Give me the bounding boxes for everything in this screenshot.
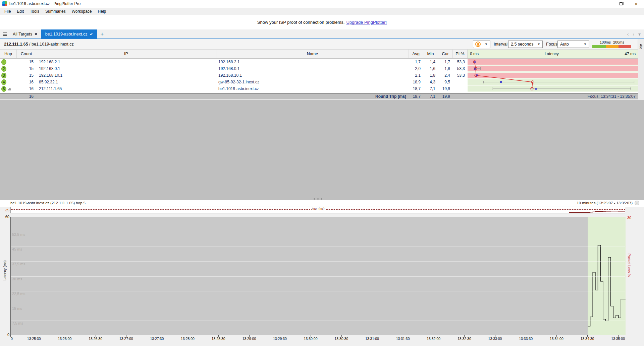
hamburger-icon[interactable] <box>0 29 9 39</box>
col-avg[interactable]: Avg <box>409 50 423 58</box>
jitter-curve <box>11 207 625 213</box>
splitter-handle[interactable] <box>314 198 322 200</box>
x-tick-label: 13:32:00 <box>427 337 440 341</box>
gridline-label: 37,5 ms <box>12 262 25 266</box>
legend-200ms: 200ms <box>613 40 624 44</box>
cell-count: 16 <box>17 85 36 92</box>
gridline <box>11 321 625 321</box>
cell-pl: 53,3 <box>453 65 468 72</box>
col-pl[interactable]: PL% <box>453 50 468 58</box>
y-axis-title: Latency (ms) <box>3 260 7 281</box>
cell-min: 1,8 <box>423 72 438 79</box>
gridline <box>11 276 625 277</box>
chevron-down-icon: ▼ <box>537 43 542 46</box>
gridline <box>11 306 625 306</box>
range-collapse-icon[interactable]: ▾ <box>635 201 639 205</box>
hop-latency-plot <box>468 59 638 92</box>
cell-name: gw-85-92-32-1.inext.cz <box>216 79 409 85</box>
col-min[interactable]: Min <box>423 50 438 58</box>
close-button[interactable]: × <box>629 0 644 8</box>
tab-target[interactable]: be1.1019-asbr.inext.cz ✔ <box>41 29 97 39</box>
pause-dropdown-button[interactable]: ▼ <box>482 40 490 48</box>
cell-name: 192.168.2.1 <box>216 59 409 65</box>
gridline <box>11 291 625 291</box>
cell-ip: 212.111.1.65 <box>36 85 216 92</box>
x-tick-label: 13:29:00 <box>242 337 256 341</box>
x-axis-ticks: 013:25:3013:26:0013:26:3013:27:0013:27:3… <box>10 336 634 342</box>
col-count[interactable]: Count <box>17 50 36 58</box>
tab-bar: All Targets × be1.1019-asbr.inext.cz ✔ +… <box>0 29 644 39</box>
hop-number-badge: 2 <box>1 66 6 72</box>
x-tick-label: 13:34:30 <box>581 337 594 341</box>
x-tick-label: 13:25:30 <box>27 337 41 341</box>
cell-pl <box>453 85 468 92</box>
y-axis-max: 60 <box>1 215 9 219</box>
tab-list-icon[interactable]: ▾ <box>638 31 641 37</box>
menu-edit[interactable]: Edit <box>14 8 27 15</box>
x-tick-label: 13:31:00 <box>365 337 379 341</box>
x-tick-label: 13:29:30 <box>273 337 287 341</box>
close-tab-icon[interactable]: × <box>35 31 37 37</box>
col-name[interactable]: Name <box>216 50 409 58</box>
hop-number-badge: 1 <box>1 59 6 65</box>
gridline-label: 52,5 ms <box>12 232 25 236</box>
cell-ip: 192.168.0.1 <box>36 65 216 72</box>
trace-table-header: Hop Count IP Name Avg Min Cur PL% 0 ms L… <box>0 49 638 59</box>
jitter-strip: Jitter (ms) 35 <box>10 207 625 213</box>
focus-select[interactable]: Auto ▼ <box>557 41 589 48</box>
cell-avg: 2,0 <box>409 65 423 72</box>
cell-avg: 18,7 <box>409 85 423 92</box>
target-toolbar: 212.111.1.65 / be1.1019-asbr.inext.cz ▼ … <box>0 39 638 49</box>
graph-range-label: 10 minutes (13:25:07 - 13:35:07) <box>577 201 633 205</box>
restore-button[interactable] <box>613 0 629 8</box>
cell-name: be1.1019-asbr.inext.cz <box>216 85 409 92</box>
cell-cur: 1,8 <box>438 65 453 72</box>
cell-min: 1,4 <box>423 59 438 65</box>
upgrade-link[interactable]: Upgrade PingPlotter! <box>346 20 387 25</box>
tab-scroll-right-icon[interactable]: › <box>633 31 634 37</box>
add-tab-button[interactable]: + <box>97 29 107 39</box>
col-ip[interactable]: IP <box>36 50 216 58</box>
cell-count: 16 <box>17 79 36 85</box>
pause-button[interactable] <box>473 40 483 48</box>
gridline-label: 22,5 ms <box>12 292 25 296</box>
round-trip-row: 16 Round Trip (ms) 18,7 7,1 19,9 Focus: … <box>0 93 638 99</box>
tab-all-targets[interactable]: All Targets × <box>9 29 41 39</box>
legend-gradient-bar <box>592 45 631 48</box>
app-icon <box>2 1 7 6</box>
col-latency[interactable]: 0 ms Latency 47 ms <box>468 50 638 58</box>
gridline <box>11 232 625 232</box>
cell-avg: 1,7 <box>409 59 423 65</box>
interval-select[interactable]: 2,5 seconds ▼ <box>508 41 543 48</box>
gridline <box>11 247 625 247</box>
gridline-label: 45 ms <box>12 247 22 251</box>
cell-pl <box>453 79 468 85</box>
menu-summaries[interactable]: Summaries <box>42 8 69 15</box>
cell-ip: 192.168.10.1 <box>36 72 216 79</box>
trace-table-body: 115192.168.2.1192.168.2.11,71,41,753,321… <box>0 59 638 92</box>
pingplotter-window: be1.1019-asbr.inext.cz - PingPlotter Pro… <box>0 0 644 346</box>
chevron-down-icon: ▼ <box>584 43 589 46</box>
menu-bar: FileEditToolsSummariesWorkspaceHelp <box>0 8 644 15</box>
title-bar: be1.1019-asbr.inext.cz - PingPlotter Pro… <box>0 0 644 8</box>
cell-pl: 53,3 <box>453 72 468 79</box>
graph-title: be1.1019-asbr.inext.cz (212.111.1.65) ho… <box>10 201 86 205</box>
col-hop[interactable]: Hop <box>0 50 17 58</box>
latency-scale-min: 0 ms <box>470 52 479 56</box>
cell-count: 15 <box>17 59 36 65</box>
tab-scroll-left-icon[interactable]: ‹ <box>627 31 629 37</box>
cell-avg: 18,9 <box>409 79 423 85</box>
menu-tools[interactable]: Tools <box>27 8 42 15</box>
x-tick-label: 13:27:00 <box>119 337 133 341</box>
col-cur[interactable]: Cur <box>438 50 453 58</box>
target-title: 212.111.1.65 / be1.1019-asbr.inext.cz <box>4 42 74 47</box>
latency-time-plot[interactable]: 52,5 ms45 ms37,5 ms30 ms22,5 ms15 ms7,5 … <box>10 217 625 335</box>
menu-file[interactable]: File <box>1 8 14 15</box>
round-trip-min: 7,1 <box>423 93 438 99</box>
jitter-axis-max: 35 <box>3 208 9 212</box>
minimize-button[interactable] <box>598 0 613 8</box>
focus-label: Focus <box>546 42 557 47</box>
latency-color-legend: 100ms 200ms <box>592 40 631 49</box>
menu-help[interactable]: Help <box>95 8 109 15</box>
menu-workspace[interactable]: Workspace <box>69 8 95 15</box>
